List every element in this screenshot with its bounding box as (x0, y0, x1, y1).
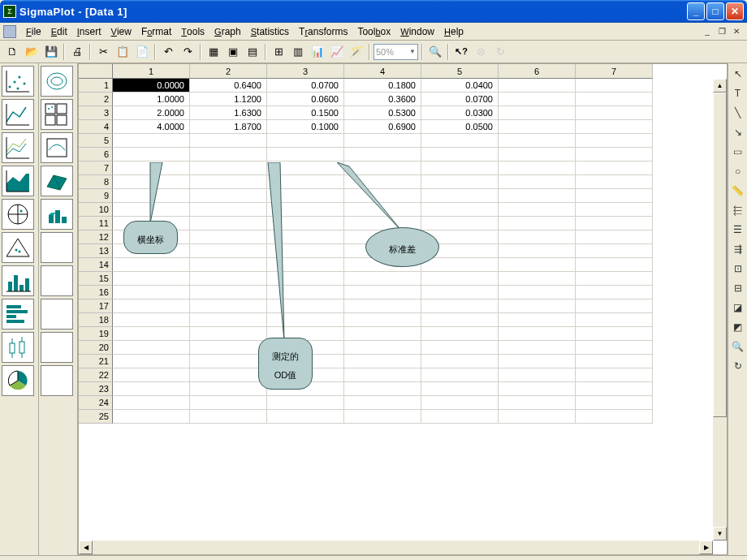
3d-bar-icon[interactable] (41, 199, 73, 230)
multi-line-icon[interactable] (2, 132, 34, 163)
cell[interactable] (267, 148, 344, 162)
scroll-down-button[interactable]: ▼ (713, 527, 727, 541)
cell[interactable] (499, 299, 576, 313)
cell[interactable] (190, 355, 267, 368)
pie-chart-icon[interactable] (2, 365, 34, 396)
row-header[interactable]: 3 (79, 106, 113, 120)
mdi-close[interactable]: ✕ (730, 26, 743, 37)
cell[interactable] (499, 189, 576, 203)
cell[interactable] (499, 396, 576, 410)
row-header[interactable]: 2 (79, 93, 113, 106)
polar-plot-icon[interactable] (2, 199, 34, 230)
row-header[interactable]: 6 (79, 148, 113, 162)
cell[interactable] (576, 230, 653, 244)
save-button[interactable]: 💾 (42, 43, 60, 61)
cell[interactable]: 0.5300 (344, 106, 421, 120)
menu-transforms[interactable]: Transforms (294, 24, 352, 39)
column-header[interactable]: 3 (267, 64, 344, 79)
cell[interactable]: 1.6300 (190, 106, 267, 120)
cell[interactable] (499, 203, 576, 217)
cell[interactable] (421, 341, 499, 355)
blank-icon[interactable] (41, 365, 73, 396)
cell[interactable] (499, 258, 576, 272)
grid-button[interactable]: ⊞ (270, 43, 287, 61)
cut-button[interactable]: ✂ (94, 43, 112, 61)
cell[interactable] (576, 106, 653, 120)
cell[interactable] (499, 79, 576, 93)
column-header[interactable]: 2 (190, 64, 267, 79)
maximize-button[interactable]: □ (706, 2, 724, 20)
cell[interactable] (344, 368, 421, 382)
stop-button[interactable]: ⊘ (472, 43, 490, 61)
cell[interactable] (576, 79, 653, 93)
cell[interactable] (344, 355, 421, 368)
menu-tools[interactable]: Tools (176, 24, 209, 39)
cell[interactable] (344, 272, 421, 286)
align-left-icon[interactable]: ⬱ (731, 203, 745, 218)
cell[interactable] (344, 382, 421, 396)
menu-statistics[interactable]: Statistics (246, 24, 294, 39)
row-header[interactable]: 8 (79, 175, 113, 189)
row-header[interactable]: 21 (79, 355, 113, 368)
cell[interactable] (113, 341, 190, 355)
cell[interactable] (113, 382, 190, 396)
cell[interactable] (344, 286, 421, 299)
cell[interactable] (113, 368, 190, 382)
cell[interactable]: 0.6400 (190, 79, 267, 93)
align-center-icon[interactable]: ☰ (731, 222, 745, 237)
column-header[interactable]: 1 (113, 64, 190, 79)
cell[interactable] (267, 410, 344, 424)
row-header[interactable]: 18 (79, 313, 113, 327)
column-header[interactable]: 5 (421, 64, 499, 79)
cell[interactable] (499, 93, 576, 106)
cell[interactable] (576, 162, 653, 175)
cell[interactable]: 1.0000 (113, 93, 190, 106)
cell[interactable] (576, 299, 653, 313)
menu-edit[interactable]: Edit (46, 24, 72, 39)
cell[interactable] (344, 313, 421, 327)
cell[interactable] (421, 313, 499, 327)
cell[interactable] (113, 286, 190, 299)
arrow-tool-icon[interactable]: ↘ (731, 125, 745, 140)
mdi-restore[interactable]: ❐ (715, 26, 728, 37)
cell[interactable] (113, 410, 190, 424)
cell[interactable] (576, 368, 653, 382)
worksheet-button[interactable]: ▦ (205, 43, 222, 61)
row-header[interactable]: 20 (79, 341, 113, 355)
ungroup-icon[interactable]: ⊟ (731, 281, 745, 295)
column-header[interactable]: 6 (499, 64, 576, 79)
cell[interactable] (190, 410, 267, 424)
cell[interactable] (576, 327, 653, 341)
row-header[interactable]: 17 (79, 299, 113, 313)
align-right-icon[interactable]: ⇶ (731, 242, 745, 256)
cell[interactable] (344, 148, 421, 162)
menu-window[interactable]: Window (395, 24, 439, 39)
cell[interactable] (421, 134, 499, 148)
menu-help[interactable]: Help (439, 24, 468, 39)
cell[interactable] (576, 217, 653, 230)
ellipse-tool-icon[interactable]: ○ (731, 164, 745, 179)
area-plot-icon[interactable] (2, 166, 34, 196)
cell[interactable] (499, 106, 576, 120)
cell[interactable] (499, 382, 576, 396)
sheet-corner[interactable] (79, 64, 113, 79)
cell[interactable]: 0.1500 (267, 106, 344, 120)
regression-button[interactable]: 📈 (328, 43, 346, 61)
report-button[interactable]: ▤ (244, 43, 261, 61)
rect-tool-icon[interactable]: ▭ (731, 144, 745, 159)
row-header[interactable]: 5 (79, 134, 113, 148)
cell[interactable]: 0.0600 (267, 93, 344, 106)
cell[interactable] (421, 203, 499, 217)
row-header[interactable]: 15 (79, 272, 113, 286)
cell[interactable]: 2.0000 (113, 106, 190, 120)
bar-chart-icon[interactable] (2, 265, 34, 296)
cell[interactable] (113, 272, 190, 286)
measure-icon[interactable]: 📏 (731, 183, 745, 198)
cell[interactable] (499, 355, 576, 368)
cell[interactable] (113, 327, 190, 341)
print-button[interactable]: 🖨 (68, 43, 86, 61)
column-header[interactable]: 7 (576, 64, 653, 79)
box-plot-icon[interactable] (2, 332, 34, 363)
cell[interactable] (499, 272, 576, 286)
line-tool-icon[interactable]: ╲ (731, 106, 745, 120)
